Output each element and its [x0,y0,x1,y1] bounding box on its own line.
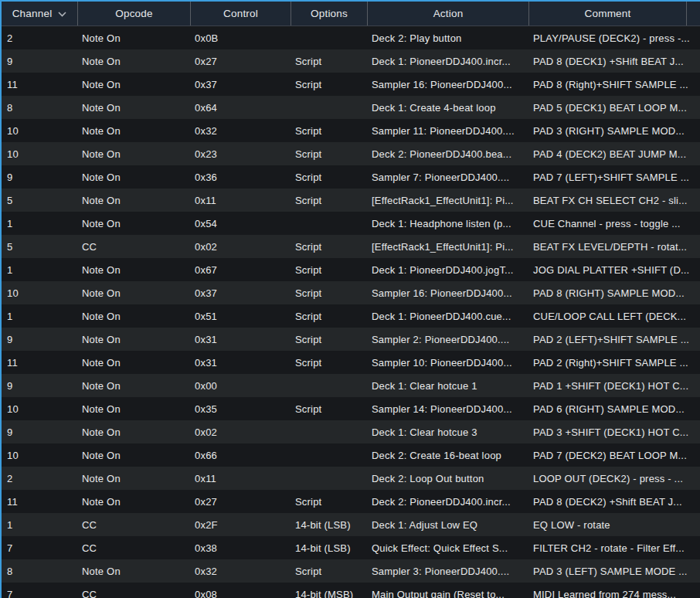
cell-opcode[interactable]: Note On [78,443,191,467]
cell-comment[interactable]: PAD 3 (RIGHT) SAMPLE MOD... [529,119,700,142]
header-cell-comment[interactable]: Comment [529,2,687,25]
table-row[interactable]: 7 CC 0x38 14-bit (LSB) Quick Effect: Qui… [2,536,700,559]
cell-opcode[interactable]: Note On [78,49,191,73]
cell-comment[interactable]: MIDI Learned from 274 mess... [529,583,700,598]
cell-control[interactable]: 0x38 [191,536,291,559]
table-row[interactable]: 10 Note On 0x37 Script Sampler 16: Pione… [2,281,700,304]
cell-control[interactable]: 0x31 [191,351,291,374]
table-row[interactable]: 10 Note On 0x23 Script Deck 2: PioneerDD… [2,142,700,165]
cell-action[interactable]: Deck 1: Adjust Low EQ [368,513,529,536]
cell-comment[interactable]: PAD 4 (DECK2) BEAT JUMP M... [529,142,700,165]
table-row[interactable]: 5 Note On 0x11 Script [EffectRack1_Effec… [2,189,700,212]
table-row[interactable]: 1 CC 0x2F 14-bit (LSB) Deck 1: Adjust Lo… [2,513,700,536]
cell-opcode[interactable]: Note On [78,490,191,513]
cell-control[interactable]: 0x02 [191,235,291,258]
cell-comment[interactable]: PLAY/PAUSE (DECK2) - press -... [529,26,700,49]
cell-opcode[interactable]: Note On [78,559,191,583]
cell-control[interactable]: 0x27 [191,490,291,513]
cell-action[interactable]: Sampler 16: PioneerDDJ400... [368,281,529,304]
cell-action[interactable]: Sampler 14: PioneerDDJ400... [368,397,529,420]
cell-opcode[interactable]: Note On [78,281,191,304]
cell-comment[interactable]: PAD 8 (Right)+SHIFT SAMPLE ... [529,73,700,96]
cell-channel[interactable]: 2 [2,467,78,490]
cell-channel[interactable]: 9 [2,328,78,351]
cell-channel[interactable]: 10 [2,443,78,467]
cell-options[interactable]: 14-bit (LSB) [291,536,368,559]
midi-mapping-table[interactable]: Channel Opcode Control Options Action Co… [0,0,700,598]
cell-options[interactable] [291,212,368,235]
cell-options[interactable] [291,26,368,49]
table-row[interactable]: 11 Note On 0x37 Script Sampler 16: Pione… [2,73,700,96]
cell-control[interactable]: 0x08 [191,583,291,598]
cell-channel[interactable]: 1 [2,212,78,235]
cell-action[interactable]: Deck 2: PioneerDDJ400.incr... [368,490,529,513]
cell-options[interactable]: Script [291,559,368,583]
cell-comment[interactable]: JOG DIAL PLATTER +SHIFT (D... [529,258,700,281]
table-row[interactable]: 1 Note On 0x51 Script Deck 1: PioneerDDJ… [2,304,700,328]
cell-channel[interactable]: 5 [2,235,78,258]
cell-channel[interactable]: 1 [2,513,78,536]
cell-action[interactable]: Deck 1: Headphone listen (p... [368,212,529,235]
cell-options[interactable] [291,420,368,443]
cell-channel[interactable]: 11 [2,490,78,513]
cell-comment[interactable]: PAD 8 (RIGHT) SAMPLE MOD... [529,281,700,304]
cell-action[interactable]: Sampler 16: PioneerDDJ400... [368,73,529,96]
table-row[interactable]: 11 Note On 0x31 Script Sampler 10: Pione… [2,351,700,374]
cell-options[interactable]: Script [291,258,368,281]
cell-action[interactable]: Sampler 10: PioneerDDJ400... [368,351,529,374]
cell-control[interactable]: 0x51 [191,304,291,328]
cell-comment[interactable]: PAD 8 (DECK2) +Shift BEAT J... [529,490,700,513]
cell-comment[interactable]: BEAT FX LEVEL/DEPTH - rotat... [529,235,700,258]
cell-options[interactable]: Script [291,328,368,351]
cell-action[interactable]: Sampler 7: PioneerDDJ400.... [368,165,529,189]
cell-control[interactable]: 0x37 [191,73,291,96]
cell-opcode[interactable]: Note On [78,374,191,397]
cell-options[interactable]: 14-bit (LSB) [291,513,368,536]
cell-options[interactable]: Script [291,490,368,513]
cell-control[interactable]: 0x27 [191,49,291,73]
cell-action[interactable]: Sampler 11: PioneerDDJ400.... [368,119,529,142]
cell-channel[interactable]: 5 [2,189,78,212]
cell-options[interactable]: Script [291,119,368,142]
table-row[interactable]: 10 Note On 0x35 Script Sampler 14: Pione… [2,397,700,420]
table-row[interactable]: 5 CC 0x02 Script [EffectRack1_EffectUnit… [2,235,700,258]
cell-opcode[interactable]: Note On [78,73,191,96]
cell-control[interactable]: 0x37 [191,281,291,304]
cell-opcode[interactable]: Note On [78,119,191,142]
cell-opcode[interactable]: Note On [78,467,191,490]
table-row[interactable]: 11 Note On 0x27 Script Deck 2: PioneerDD… [2,490,700,513]
table-row[interactable]: 1 Note On 0x67 Script Deck 1: PioneerDDJ… [2,258,700,281]
cell-options[interactable]: Script [291,73,368,96]
cell-comment[interactable]: EQ LOW - rotate [529,513,700,536]
cell-opcode[interactable]: Note On [78,212,191,235]
header-cell-opcode[interactable]: Opcode [78,2,191,25]
table-row[interactable]: 2 Note On 0x11 Deck 2: Loop Out button L… [2,467,700,490]
cell-action[interactable]: Deck 2: Create 16-beat loop [368,443,529,467]
cell-control[interactable]: 0x36 [191,165,291,189]
cell-action[interactable]: Main Output gain (Reset to... [368,583,529,598]
cell-options[interactable]: Script [291,235,368,258]
cell-channel[interactable]: 10 [2,397,78,420]
cell-control[interactable]: 0x31 [191,328,291,351]
cell-action[interactable]: Deck 1: PioneerDDJ400.jogT... [368,258,529,281]
cell-comment[interactable]: PAD 7 (LEFT)+SHIFT SAMPLE ... [529,165,700,189]
cell-comment[interactable]: LOOP OUT (DECK2) - press - ... [529,467,700,490]
cell-channel[interactable]: 1 [2,258,78,281]
cell-action[interactable]: Quick Effect: Quick Effect S... [368,536,529,559]
cell-opcode[interactable]: Note On [78,165,191,189]
cell-comment[interactable]: BEAT FX CH SELECT CH2 - sli... [529,189,700,212]
cell-options[interactable]: Script [291,397,368,420]
cell-channel[interactable]: 9 [2,420,78,443]
table-row[interactable]: 10 Note On 0x32 Script Sampler 11: Pione… [2,119,700,142]
cell-options[interactable] [291,96,368,119]
cell-comment[interactable]: PAD 8 (DECK1) +SHift BEAT J... [529,49,700,73]
cell-options[interactable]: Script [291,49,368,73]
cell-action[interactable]: Deck 2: Play button [368,26,529,49]
cell-action[interactable]: Sampler 2: PioneerDDJ400.... [368,328,529,351]
cell-options[interactable]: Script [291,165,368,189]
cell-opcode[interactable]: CC [78,513,191,536]
table-row[interactable]: 2 Note On 0x0B Deck 2: Play button PLAY/… [2,26,700,49]
cell-control[interactable]: 0x32 [191,119,291,142]
cell-action[interactable]: Deck 1: PioneerDDJ400.cue... [368,304,529,328]
table-row[interactable]: 8 Note On 0x32 Script Sampler 3: Pioneer… [2,559,700,583]
